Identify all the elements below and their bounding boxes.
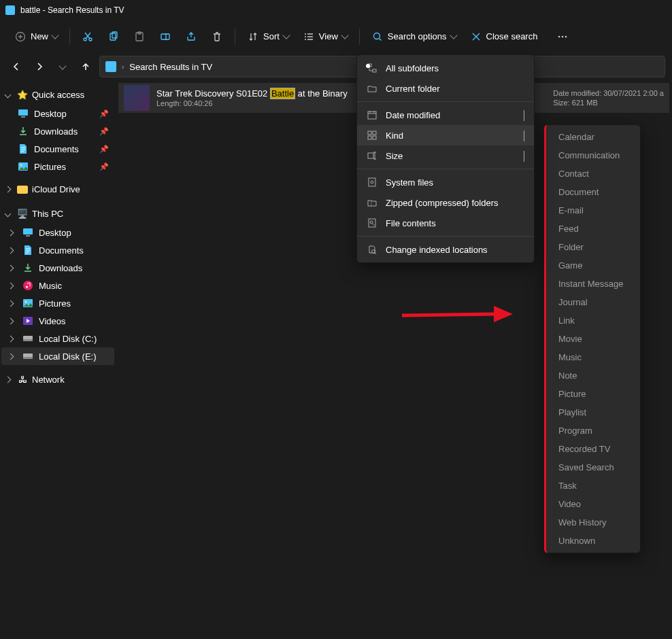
selected-bullet-icon [366, 64, 370, 68]
kind-item-instant-message[interactable]: Instant Message [546, 275, 640, 293]
pc-icon: 🖥️ [17, 208, 28, 219]
chevron-down-icon [58, 62, 66, 69]
search-options-menu: All subfoldersCurrent folderDate modifie… [356, 54, 535, 263]
breadcrumb-label[interactable]: Search Results in TV [129, 62, 212, 72]
kind-item-web-history[interactable]: Web History [546, 513, 640, 532]
more-button[interactable] [550, 27, 575, 47]
share-button[interactable] [179, 27, 203, 47]
kind-item-feed[interactable]: Feed [546, 220, 640, 238]
this-pc-label: This PC [32, 209, 63, 219]
kind-item-game[interactable]: Game [546, 256, 640, 275]
quick-access-label: Quick access [32, 90, 84, 100]
menu-item-change-indexed-locations[interactable]: Change indexed locations [357, 239, 534, 260]
quick-access-header[interactable]: ⭐ Quick access [1, 84, 114, 105]
network-header[interactable]: 🖧 Network [1, 369, 114, 390]
svg-point-11 [565, 35, 567, 37]
menu-item-file-contents[interactable]: File contents [357, 213, 534, 233]
sidebar-item-pictures[interactable]: Pictures📌 [1, 158, 114, 175]
close-search-button[interactable]: Close search [464, 27, 544, 47]
sidebar-item-local-disk-c-[interactable]: Local Disk (C:) [1, 330, 114, 347]
sidebar-item-pictures[interactable]: Pictures [1, 294, 114, 312]
kind-item-task[interactable]: Task [546, 477, 640, 495]
menu-item-label: Kind [386, 131, 403, 141]
icloud-header[interactable]: iCloud Drive [1, 179, 114, 199]
up-button[interactable] [76, 57, 95, 76]
chevron-right-icon [7, 264, 14, 271]
sidebar-item-local-disk-e-[interactable]: Local Disk (E:) [1, 347, 114, 365]
kind-item-folder[interactable]: Folder [546, 238, 640, 256]
kind-item-note[interactable]: Note [546, 366, 640, 385]
sidebar-item-documents[interactable]: Documents📌 [1, 140, 114, 158]
menu-separator [357, 236, 534, 237]
this-pc-header[interactable]: 🖥️ This PC [1, 203, 114, 224]
paste-button[interactable] [127, 27, 152, 47]
chevron-down-icon [282, 31, 290, 39]
sort-label: Sort [263, 31, 280, 41]
kind-item-program[interactable]: Program [546, 421, 640, 440]
view-button[interactable]: View [297, 27, 354, 47]
kind-item-link[interactable]: Link [546, 311, 640, 330]
menu-item-all-subfolders[interactable]: All subfolders [357, 58, 534, 78]
search-options-button[interactable]: Search options [365, 27, 463, 47]
icloud-label: iCloud Drive [32, 184, 80, 194]
sidebar-item-videos[interactable]: Videos [1, 312, 114, 330]
more-icon [556, 31, 569, 43]
menu-item-kind[interactable]: Kind [357, 125, 534, 145]
kind-item-movie[interactable]: Movie [546, 330, 640, 348]
music-icon [22, 280, 33, 291]
menu-item-label: System files [386, 177, 433, 188]
annotation-arrow [399, 302, 514, 329]
share-icon [185, 31, 197, 43]
sidebar-item-downloads[interactable]: Downloads [1, 259, 114, 277]
menu-item-label: Change indexed locations [386, 245, 488, 255]
delete-button[interactable] [205, 27, 229, 47]
kind-item-playlist[interactable]: Playlist [546, 403, 640, 421]
sidebar-item-downloads[interactable]: Downloads📌 [1, 122, 114, 140]
kind-item-music[interactable]: Music [546, 348, 640, 366]
sidebar-item-music[interactable]: Music [1, 277, 114, 294]
sidebar-item-desktop[interactable]: Desktop📌 [1, 105, 114, 122]
forward-button[interactable] [30, 57, 49, 76]
svg-rect-24 [23, 339, 33, 341]
close-icon [470, 31, 482, 43]
kind-item-unknown[interactable]: Unknown [546, 532, 640, 550]
rename-button[interactable] [153, 27, 178, 47]
kind-item-journal[interactable]: Journal [546, 293, 640, 311]
svg-rect-37 [369, 219, 375, 227]
sidebar-item-label: Pictures [34, 162, 66, 172]
sort-button[interactable]: Sort [241, 27, 295, 47]
kind-item-calendar[interactable]: Calendar [546, 128, 640, 146]
chevron-right-icon [7, 353, 14, 360]
back-button[interactable] [7, 57, 26, 76]
kind-item-video[interactable]: Video [546, 495, 640, 513]
svg-point-9 [558, 35, 560, 37]
menu-item-system-files[interactable]: System files [357, 172, 534, 192]
sidebar-item-documents[interactable]: Documents [1, 241, 114, 259]
video-thumbnail [124, 85, 150, 111]
window-title: battle - Search Results in TV [20, 5, 124, 15]
cut-button[interactable] [75, 27, 100, 47]
cut-icon [82, 31, 94, 43]
menu-item-current-folder[interactable]: Current folder [357, 78, 534, 99]
menu-item-label: Zipped (compressed) folders [386, 198, 498, 208]
kind-item-saved-search[interactable]: Saved Search [546, 458, 640, 477]
menu-item-size[interactable]: Size [357, 145, 534, 166]
kind-item-contact[interactable]: Contact [546, 165, 640, 183]
svg-rect-17 [26, 235, 30, 237]
kind-item-communication[interactable]: Communication [546, 146, 640, 165]
kind-item-recorded-tv[interactable]: Recorded TV [546, 440, 640, 458]
chevron-down-icon [450, 31, 457, 39]
new-label: New [31, 31, 48, 41]
kind-item-e-mail[interactable]: E-mail [546, 201, 640, 220]
kind-item-picture[interactable]: Picture [546, 385, 640, 403]
menu-item-zipped-compressed-folders[interactable]: Zipped (compressed) folders [357, 192, 534, 213]
new-button[interactable]: New [8, 27, 64, 47]
copy-button[interactable] [101, 27, 126, 47]
sidebar-item-desktop[interactable]: Desktop [1, 224, 114, 241]
folder-icon [5, 5, 15, 15]
kind-item-document[interactable]: Document [546, 183, 640, 201]
menu-item-date-modified[interactable]: Date modified [357, 105, 534, 125]
svg-point-8 [373, 33, 380, 39]
recent-button[interactable] [53, 57, 72, 76]
svg-rect-29 [368, 111, 376, 119]
